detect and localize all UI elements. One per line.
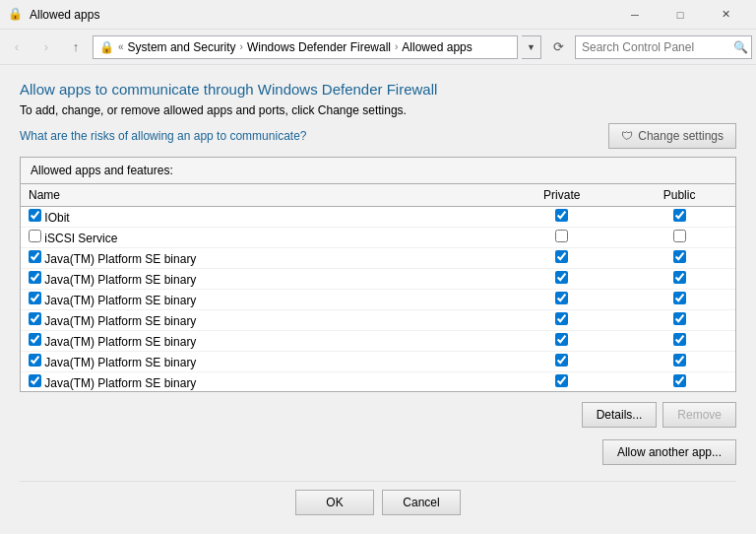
address-path: 🔒 « System and Security › Windows Defend… [93,35,518,59]
search-box: 🔍 [575,35,752,59]
back-button[interactable]: ‹ [4,34,30,60]
window-title: Allowed apps [30,8,612,22]
col-private-header: Private [500,184,623,207]
table-row: IObit [21,207,735,228]
app-public-cell [623,352,735,372]
app-private-checkbox[interactable] [555,312,568,325]
app-enabled-checkbox[interactable] [29,250,41,263]
table-row: Java(TM) Platform SE binary [21,269,735,290]
app-private-checkbox[interactable] [555,333,568,346]
app-public-cell [623,372,735,392]
app-enabled-checkbox[interactable] [29,230,41,242]
app-enabled-checkbox[interactable] [29,271,41,284]
app-public-cell [623,248,735,269]
app-enabled-checkbox[interactable] [29,312,41,325]
cancel-button[interactable]: Cancel [382,490,461,515]
app-private-cell [500,228,623,248]
table-row: Java(TM) Platform SE binary [21,248,735,269]
app-public-checkbox[interactable] [673,271,686,284]
app-public-cell [623,331,735,352]
app-enabled-checkbox[interactable] [29,374,41,387]
allow-another-button[interactable]: Allow another app... [602,439,736,465]
app-private-cell [500,331,623,352]
col-public-header: Public [623,184,735,207]
app-name-label: Java(TM) Platform SE binary [41,294,196,307]
up-button[interactable]: ↑ [63,34,89,60]
app-private-checkbox[interactable] [555,209,568,222]
app-public-checkbox[interactable] [673,374,686,387]
app-name-cell: Java(TM) Platform SE binary [21,372,500,392]
app-private-checkbox[interactable] [555,354,568,367]
page-description: To add, change, or remove allowed apps a… [20,103,736,117]
shield-icon: 🛡 [621,129,633,143]
ok-button[interactable]: OK [295,490,374,515]
table-row: Java(TM) Platform SE binary [21,290,735,310]
app-name-cell: IObit [21,207,500,228]
app-name-cell: Java(TM) Platform SE binary [21,248,500,269]
address-bar: ‹ › ↑ 🔒 « System and Security › Windows … [0,30,756,65]
allow-another-row: Allow another app... [20,439,736,465]
app-private-checkbox[interactable] [555,292,568,304]
app-public-checkbox[interactable] [673,312,686,325]
app-name-label: Java(TM) Platform SE binary [41,273,196,287]
app-enabled-checkbox[interactable] [29,354,41,367]
title-bar: 🔒 Allowed apps ─ □ ✕ [0,0,756,30]
app-public-checkbox[interactable] [673,333,686,346]
app-name-label: Java(TM) Platform SE binary [41,314,196,328]
remove-button[interactable]: Remove [662,402,736,428]
table-row: iSCSI Service [21,228,735,248]
app-private-cell [500,290,623,310]
breadcrumb-system[interactable]: System and Security [128,40,236,54]
table-row: Java(TM) Platform SE binary [21,310,735,331]
app-name-label: IObit [41,211,70,225]
breadcrumb-icon: 🔒 [99,40,114,54]
app-private-checkbox[interactable] [555,250,568,263]
table-row: Java(TM) Platform SE binary [21,352,735,372]
forward-button[interactable]: › [33,34,59,60]
search-button[interactable]: 🔍 [733,40,748,54]
app-public-checkbox[interactable] [673,209,686,222]
table-scroll-area[interactable]: Name Private Public IObit iSCSI Service … [21,184,735,391]
search-input[interactable] [582,40,729,54]
maximize-button[interactable]: □ [658,0,703,30]
address-dropdown[interactable]: ▼ [522,35,541,59]
col-name-header: Name [21,184,500,207]
app-name-label: Java(TM) Platform SE binary [41,252,196,266]
app-name-cell: Java(TM) Platform SE binary [21,290,500,310]
main-content: Allow apps to communicate through Window… [0,65,756,525]
details-button[interactable]: Details... [582,402,658,428]
app-name-label: iSCSI Service [41,232,117,245]
window-icon: 🔒 [8,7,24,23]
bottom-buttons: OK Cancel [20,481,736,515]
app-name-label: Java(TM) Platform SE binary [41,356,196,369]
app-name-cell: Java(TM) Platform SE binary [21,310,500,331]
app-private-cell [500,269,623,290]
window-controls: ─ □ ✕ [612,0,748,30]
minimize-button[interactable]: ─ [612,0,658,30]
apps-table-container: Allowed apps and features: Name Private … [20,157,736,392]
app-public-cell [623,207,735,228]
app-private-cell [500,248,623,269]
app-name-cell: Java(TM) Platform SE binary [21,331,500,352]
change-settings-button[interactable]: 🛡 Change settings [608,123,736,149]
app-public-cell [623,290,735,310]
close-button[interactable]: ✕ [703,0,748,30]
table-label: Allowed apps and features: [21,158,735,184]
app-public-checkbox[interactable] [673,230,686,242]
app-public-checkbox[interactable] [673,292,686,304]
app-private-checkbox[interactable] [555,230,568,242]
app-name-label: Java(TM) Platform SE binary [41,376,196,390]
app-public-cell [623,310,735,331]
app-private-checkbox[interactable] [555,374,568,387]
app-enabled-checkbox[interactable] [29,333,41,346]
app-public-checkbox[interactable] [673,250,686,263]
app-private-checkbox[interactable] [555,271,568,284]
app-public-checkbox[interactable] [673,354,686,367]
help-link[interactable]: What are the risks of allowing an app to… [20,129,306,143]
app-enabled-checkbox[interactable] [29,209,41,222]
app-enabled-checkbox[interactable] [29,292,41,304]
breadcrumb-firewall[interactable]: Windows Defender Firewall [247,40,391,54]
refresh-button[interactable]: ⟳ [545,34,571,60]
table-action-buttons: Details... Remove [20,402,736,428]
app-private-cell [500,352,623,372]
